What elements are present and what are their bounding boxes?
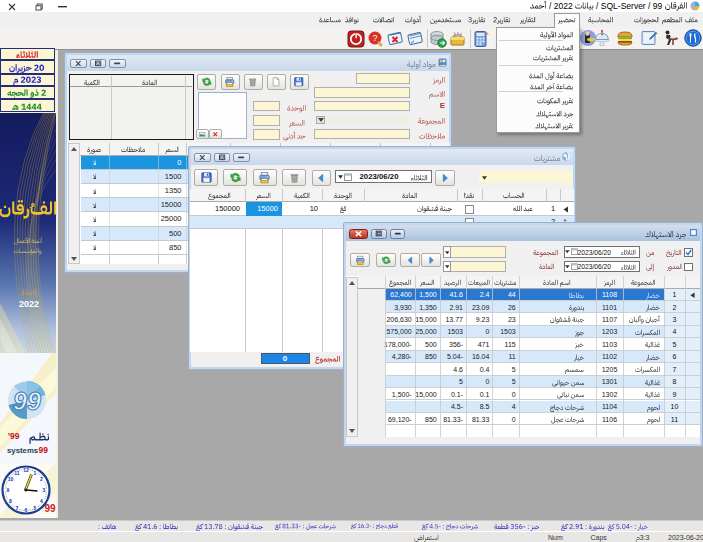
svg-text:1: 1: [34, 470, 37, 476]
svg-text:6: 6: [25, 507, 28, 513]
svg-text:4: 4: [40, 498, 43, 504]
svg-text:5: 5: [34, 505, 37, 511]
svg-text:9: 9: [7, 487, 10, 493]
svg-text:2: 2: [40, 476, 43, 482]
svg-text:99: 99: [13, 387, 41, 415]
svg-text:11: 11: [14, 470, 20, 476]
svg-text:8: 8: [9, 498, 12, 504]
svg-text:3: 3: [43, 487, 46, 493]
svg-text:10: 10: [8, 476, 14, 482]
svg-text:?: ?: [372, 33, 377, 43]
svg-text:7: 7: [16, 505, 19, 511]
svg-text:99: 99: [44, 503, 56, 514]
